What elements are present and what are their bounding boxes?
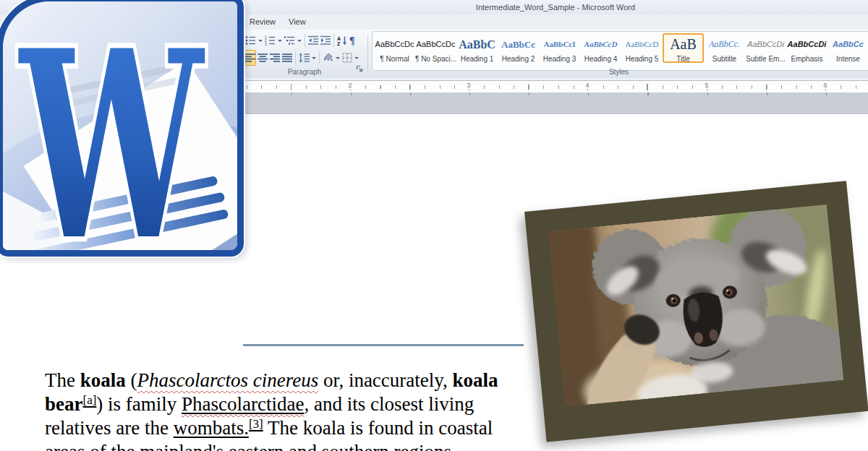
style-label: Emphasis <box>786 55 827 63</box>
borders-icon <box>342 53 352 63</box>
style-item-heading-3[interactable]: AaBbCcIHeading 3 <box>539 33 580 63</box>
justify-icon <box>282 53 292 63</box>
align-center-button[interactable] <box>257 50 268 66</box>
word-logo-letter: W <box>17 1 206 250</box>
text-segment: [a] <box>82 393 96 407</box>
style-sample: AaBbCc <box>498 35 539 53</box>
style-sample: AaBbCc. <box>704 35 745 53</box>
text-segment: koala <box>453 369 498 391</box>
text-segment: relatives are the <box>45 417 174 439</box>
style-item--normal[interactable]: AaBbCcDc¶ Normal <box>374 33 415 63</box>
show-paragraph-marks-icon: ¶ <box>349 35 358 46</box>
align-center-icon <box>258 53 268 63</box>
increase-indent-button[interactable] <box>320 33 331 48</box>
paragraph-group: 1.2.3. <box>243 30 366 77</box>
text-segment: Phascolarctidae <box>182 393 304 415</box>
align-left-button[interactable] <box>244 50 256 66</box>
dialog-launcher-icon <box>356 65 363 72</box>
shading-button[interactable] <box>322 50 334 66</box>
justify-button[interactable] <box>281 50 293 66</box>
text-line: relatives are the wombats.[3] The koala … <box>45 416 558 440</box>
style-item--no-spaci-[interactable]: AaBbCcDc¶ No Spaci... <box>415 33 456 63</box>
style-item-heading-4[interactable]: AaBbCcDHeading 4 <box>580 33 621 63</box>
svg-text:Z: Z <box>337 41 341 46</box>
show-paragraph-marks-button[interactable]: ¶ <box>349 33 359 48</box>
koala-photo-illustration <box>548 205 844 407</box>
style-label: Title <box>663 55 704 63</box>
style-item-subtle-em-[interactable]: AaBbCcDiSubtle Em... <box>745 33 786 63</box>
align-right-button[interactable] <box>269 50 281 66</box>
style-label: ¶ Normal <box>374 55 415 63</box>
koala-photo-frame[interactable] <box>524 181 868 442</box>
text-segment: ) is family <box>96 393 182 415</box>
ruler-number: 6 <box>822 82 828 89</box>
bullets-icon <box>245 35 256 46</box>
line-spacing-button[interactable] <box>298 50 310 66</box>
style-sample: AaBbCcDc <box>415 35 456 53</box>
title-style-border-rule <box>243 344 524 346</box>
style-sample: AaBbCcD <box>580 35 621 53</box>
paragraph-group-label: Paragraph <box>243 68 366 76</box>
line-spacing-icon <box>299 53 310 63</box>
style-sample: AaBbCcDc <box>374 35 415 53</box>
decrease-indent-icon <box>308 35 318 46</box>
numbering-button[interactable]: 1.2.3. <box>264 33 276 48</box>
body-text[interactable]: The koala (Phascolarctos cinereus or, in… <box>45 369 558 451</box>
style-label: Heading 3 <box>539 55 580 63</box>
style-sample: AaBbCcI <box>539 35 580 53</box>
tab-view[interactable]: View <box>282 16 312 28</box>
style-item-title[interactable]: AaBTitle <box>663 33 704 63</box>
decrease-indent-button[interactable] <box>307 33 319 48</box>
style-item-intense[interactable]: AaBbCcIntense <box>827 33 868 63</box>
multilevel-list-button[interactable] <box>284 33 296 48</box>
style-sample: AaBbCcD <box>621 35 663 53</box>
styles-gallery: AaBbCcDc¶ NormalAaBbCcDc¶ No Spaci...AaB… <box>372 31 868 71</box>
text-segment: ( <box>126 369 137 391</box>
tab-review[interactable]: Review <box>243 16 282 28</box>
style-sample: AaBbCcDi <box>745 35 786 53</box>
styles-group-label: Styles <box>370 68 868 76</box>
sort-icon: AZ <box>337 35 347 46</box>
multilevel-dropdown-arrow[interactable] <box>297 40 302 44</box>
style-label: Heading 4 <box>580 55 621 63</box>
text-line: bear[a]) is family Phascolarctidae, and … <box>45 392 558 416</box>
text-segment: Phascolarctos cinereus <box>137 369 319 391</box>
text-segment: bear <box>45 393 82 415</box>
group-separator <box>367 32 368 76</box>
bullets-button[interactable] <box>244 33 257 48</box>
bullets-dropdown-arrow[interactable] <box>258 40 263 44</box>
sort-button[interactable]: AZ <box>336 33 348 48</box>
style-sample: AaBbC <box>456 35 498 53</box>
align-right-icon <box>270 53 280 63</box>
style-label: Intense <box>827 55 868 63</box>
svg-text:3.: 3. <box>265 43 268 46</box>
koala-photo[interactable] <box>548 205 844 407</box>
window-title: Intermediate_Word_Sample - Microsoft Wor… <box>476 3 635 12</box>
line-spacing-dropdown-arrow[interactable] <box>312 57 316 61</box>
paragraph-dialog-launcher[interactable] <box>356 62 363 75</box>
screenshot-root: { "window": { "title": "Intermediate_Wor… <box>0 0 868 451</box>
style-item-heading-2[interactable]: AaBbCcHeading 2 <box>498 33 539 63</box>
style-item-emphasis[interactable]: AaBbCcDiEmphasis <box>786 33 827 63</box>
styles-group: AaBbCcDc¶ NormalAaBbCcDc¶ No Spaci...AaB… <box>370 30 868 77</box>
text-segment: , and its closest living <box>305 393 475 415</box>
borders-dropdown-arrow[interactable] <box>354 57 359 61</box>
style-item-heading-1[interactable]: AaBbCHeading 1 <box>456 33 498 63</box>
text-segment: koala <box>80 369 126 391</box>
text-segment: wombats. <box>174 417 249 439</box>
align-left-icon <box>245 53 255 63</box>
borders-button[interactable] <box>341 50 353 66</box>
style-item-subtitle[interactable]: AaBbCc.Subtitle <box>704 33 745 63</box>
ruler-number: 3 <box>465 82 472 89</box>
numbering-dropdown-arrow[interactable] <box>278 40 282 44</box>
shading-dropdown-arrow[interactable] <box>336 57 340 61</box>
text-segment: areas of the mainland's eastern and sout… <box>45 441 456 451</box>
style-label: Subtle Em... <box>745 55 786 63</box>
numbering-icon: 1.2.3. <box>265 35 276 46</box>
style-sample: AaB <box>663 35 704 53</box>
text-segment: The <box>45 369 80 391</box>
style-item-heading-5[interactable]: AaBbCcDHeading 5 <box>621 33 663 63</box>
text-segment: or, inaccurately, <box>318 369 452 391</box>
style-sample: AaBbCc <box>827 35 868 53</box>
word-logo-art: W <box>3 1 237 250</box>
